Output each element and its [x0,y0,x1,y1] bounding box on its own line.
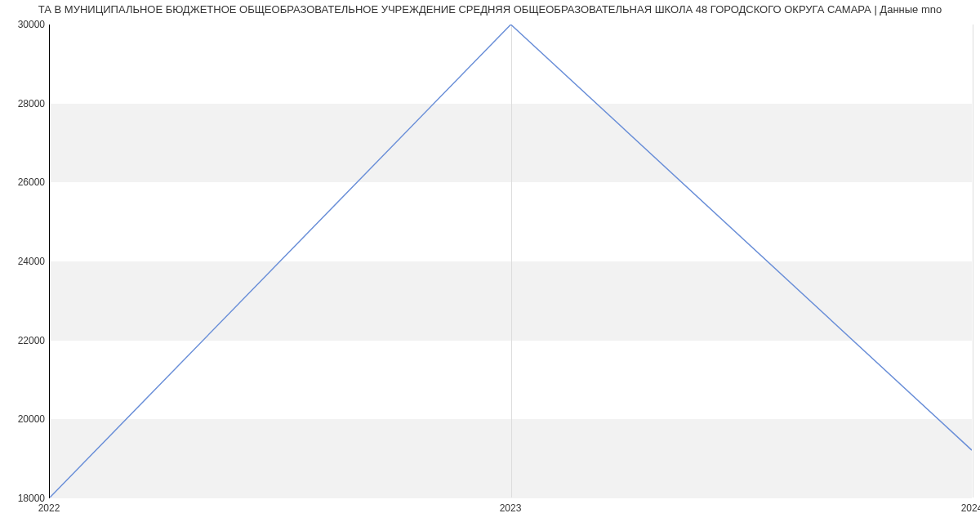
y-tick-label: 28000 [8,98,45,109]
x-tick-label: 2024 [961,502,980,514]
y-tick-label: 26000 [8,176,45,188]
y-tick-label: 20000 [8,413,45,425]
y-tick-label: 30000 [8,19,45,30]
plot-area [49,25,972,498]
chart-title: ТА В МУНИЦИПАЛЬНОЕ БЮДЖЕТНОЕ ОБЩЕОБРАЗОВ… [0,3,980,16]
y-tick-label: 24000 [8,256,45,267]
x-gridline [973,25,973,498]
x-tick-label: 2023 [500,502,522,514]
x-tick-label: 2022 [38,502,60,514]
line-series [50,25,972,498]
y-tick-label: 22000 [8,335,45,346]
